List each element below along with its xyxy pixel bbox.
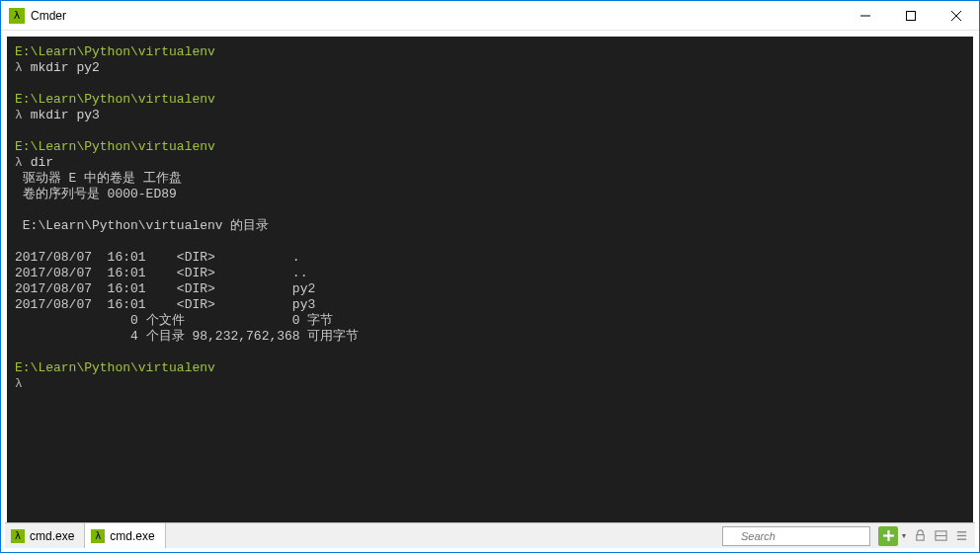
command-text: mkdir py3 — [31, 108, 100, 122]
dir-row: 2017/08/07 16:01 <DIR> py3 — [15, 297, 315, 312]
maximize-button[interactable] — [888, 1, 934, 30]
window-title: Cmder — [31, 9, 843, 23]
dir-header: E:\Learn\Python\virtualenv 的目录 — [15, 218, 269, 233]
svg-rect-8 — [916, 535, 923, 541]
layout-icon — [935, 529, 947, 542]
tab-bar: λ cmd.exe λ cmd.exe — [5, 523, 166, 548]
layout-button[interactable] — [931, 526, 950, 546]
statusbar: λ cmd.exe λ cmd.exe ▾ — [5, 522, 975, 548]
prompt-path: E:\Learn\Python\virtualenv — [15, 360, 215, 375]
plus-icon — [882, 529, 895, 542]
tab-label: cmd.exe — [110, 529, 154, 543]
prompt-lambda: λ — [15, 376, 23, 391]
minimize-button[interactable] — [843, 1, 888, 30]
hamburger-icon — [955, 529, 968, 542]
lambda-icon: λ — [91, 529, 105, 543]
app-window: λ Cmder E:\Learn\Python\virtualenv λ mkd… — [0, 0, 980, 553]
prompt-lambda: λ — [15, 60, 23, 75]
titlebar[interactable]: λ Cmder — [1, 1, 979, 31]
prompt-path: E:\Learn\Python\virtualenv — [15, 44, 215, 59]
command-text: mkdir py2 — [31, 60, 100, 75]
maximize-icon — [906, 11, 916, 21]
minimize-icon — [860, 11, 870, 21]
terminal[interactable]: E:\Learn\Python\virtualenv λ mkdir py2 E… — [5, 35, 975, 522]
prompt-path: E:\Learn\Python\virtualenv — [15, 92, 215, 107]
dir-dirs: 4 个目录 98,232,762,368 可用字节 — [15, 329, 359, 344]
search-input[interactable] — [722, 526, 870, 546]
tab-cmd-1[interactable]: λ cmd.exe — [5, 523, 85, 548]
prompt-path: E:\Learn\Python\virtualenv — [15, 139, 215, 154]
lock-button[interactable] — [910, 526, 930, 546]
close-icon — [951, 11, 961, 21]
prompt-lambda: λ — [15, 155, 23, 170]
toolbar: ▾ — [874, 523, 975, 548]
new-tab-dropdown[interactable]: ▾ — [899, 526, 909, 546]
dir-row: 2017/08/07 16:01 <DIR> . — [15, 250, 300, 265]
window-controls — [843, 1, 979, 30]
command-text: dir — [31, 155, 53, 170]
spacer — [166, 523, 718, 548]
dir-volume: 驱动器 E 中的卷是 工作盘 — [15, 171, 182, 186]
tab-cmd-2[interactable]: λ cmd.exe — [85, 523, 165, 548]
search-wrap — [718, 523, 874, 548]
lambda-icon: λ — [11, 529, 25, 543]
app-icon: λ — [9, 8, 25, 24]
prompt-lambda: λ — [15, 108, 23, 122]
tab-label: cmd.exe — [30, 529, 74, 543]
new-tab-button[interactable] — [878, 526, 898, 546]
dir-row: 2017/08/07 16:01 <DIR> py2 — [15, 281, 315, 296]
dir-serial: 卷的序列号是 0000-ED89 — [15, 187, 177, 201]
close-button[interactable] — [934, 1, 979, 30]
lock-icon — [914, 529, 927, 542]
dir-row: 2017/08/07 16:01 <DIR> .. — [15, 266, 307, 280]
menu-button[interactable] — [951, 526, 971, 546]
dir-files: 0 个文件 0 字节 — [15, 313, 333, 328]
svg-rect-1 — [907, 11, 916, 20]
